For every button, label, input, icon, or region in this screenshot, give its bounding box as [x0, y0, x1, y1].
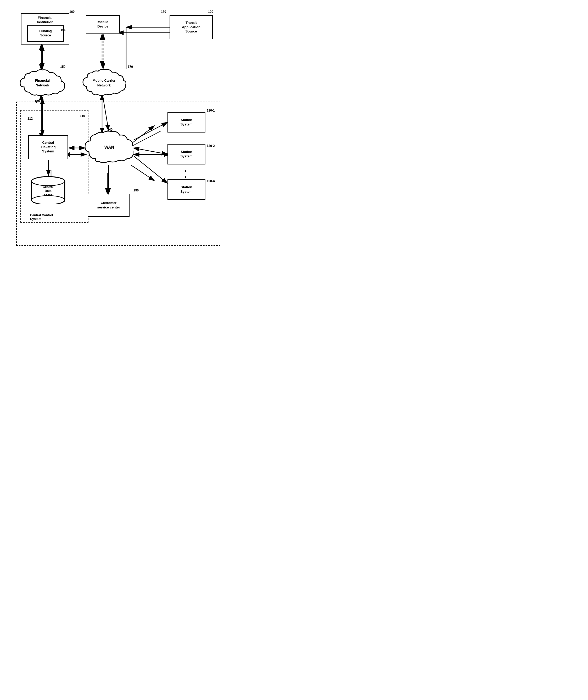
ellipsis: ••	[184, 168, 187, 180]
station-2-box: StationSystem	[167, 144, 205, 164]
wan-cloud: WAN	[85, 130, 133, 164]
funding-source-label: FundingSource	[39, 29, 52, 37]
station-2-label: StationSystem	[180, 150, 192, 159]
central-ticketing-label: CentralTicketingSystem	[41, 141, 56, 154]
customer-service-box: Customerservice center	[88, 194, 130, 217]
customer-service-label: Customerservice center	[97, 201, 120, 210]
ref-160: 160	[69, 10, 75, 14]
mobile-carrier-cloud: Mobile CarrierNetwork	[82, 69, 126, 97]
mobile-device-box: MobileDevice	[86, 15, 120, 34]
financial-network-label: FinancialNetwork	[35, 78, 50, 88]
ref-180: 180	[161, 10, 166, 14]
central-data-store-cylinder: CentralDataStore	[29, 175, 68, 204]
mobile-device-label: MobileDevice	[97, 20, 108, 29]
transit-app-source-box: TransitApplicationSource	[170, 15, 213, 39]
central-ticketing-box: CentralTicketingSystem	[28, 135, 68, 159]
central-data-store-label: CentralDataStore	[43, 185, 53, 197]
financial-network-cloud: FinancialNetwork	[19, 69, 66, 97]
transit-app-label: TransitApplicationSource	[182, 21, 200, 34]
wan-label: WAN	[104, 144, 114, 150]
ref-120: 120	[208, 10, 213, 14]
station-1-box: StationSystem	[167, 112, 205, 132]
diagram: 160 180 120 150 170 100 112 110 140 114 …	[5, 5, 230, 257]
central-control-box	[20, 110, 88, 222]
ref-170: 170	[128, 65, 133, 69]
ref-150: 150	[60, 65, 65, 69]
station-1-label: StationSystem	[180, 118, 192, 127]
station-n-box: StationSystem	[167, 179, 205, 200]
mobile-carrier-label: Mobile CarrierNetwork	[93, 78, 115, 88]
svg-point-19	[32, 177, 65, 186]
central-control-label: Central ControlSystem	[30, 213, 53, 221]
ref-165: 165	[61, 28, 65, 31]
station-n-label: StationSystem	[180, 185, 192, 194]
funding-source-box: FundingSource	[27, 25, 64, 42]
